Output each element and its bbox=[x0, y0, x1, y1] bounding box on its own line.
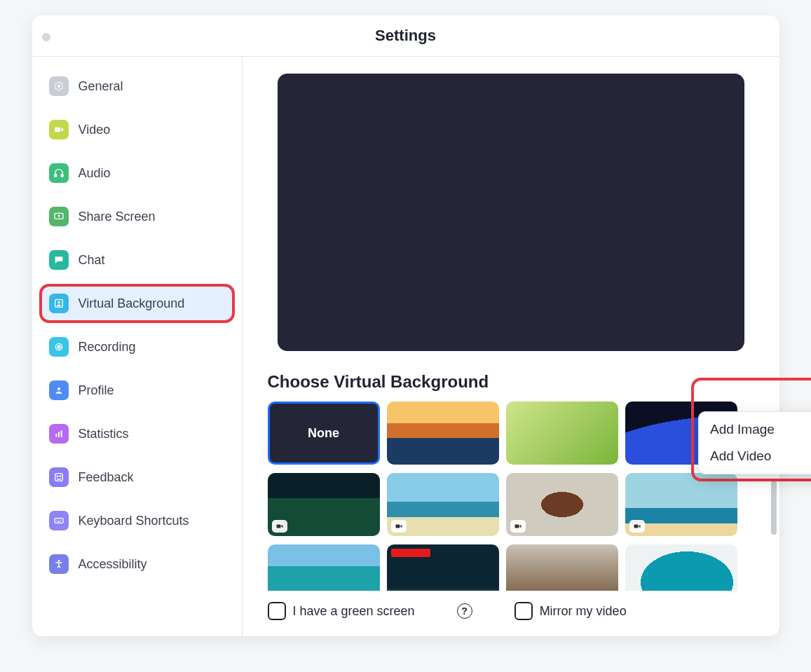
background-grid: None bbox=[268, 402, 754, 591]
add-video-menu-item[interactable]: Add Video bbox=[699, 443, 811, 469]
svg-point-18 bbox=[57, 520, 58, 521]
statistics-icon bbox=[49, 424, 69, 444]
record-icon bbox=[49, 337, 69, 357]
section-title: Choose Virtual Background bbox=[268, 372, 489, 392]
background-thumb[interactable] bbox=[506, 544, 618, 591]
accessibility-icon bbox=[49, 554, 69, 574]
svg-point-9 bbox=[57, 388, 60, 390]
background-thumb[interactable] bbox=[625, 473, 737, 536]
svg-point-17 bbox=[56, 520, 57, 521]
add-menu-highlight: + Add Image Add Video bbox=[691, 378, 811, 481]
gear-icon bbox=[49, 76, 69, 96]
sidebar-item-label: Recording bbox=[79, 340, 136, 355]
checkbox-box bbox=[268, 602, 286, 620]
green-screen-checkbox[interactable]: I have a green screen bbox=[268, 602, 415, 620]
help-icon[interactable]: ? bbox=[457, 603, 472, 619]
sidebar-item-audio[interactable]: Audio bbox=[42, 156, 232, 190]
video-icon bbox=[510, 520, 526, 533]
video-icon bbox=[391, 520, 407, 533]
sidebar-item-label: Chat bbox=[79, 253, 105, 268]
sidebar-item-label: General bbox=[79, 79, 123, 94]
svg-point-21 bbox=[57, 560, 60, 562]
svg-point-19 bbox=[60, 520, 60, 521]
none-label: None bbox=[308, 426, 339, 441]
svg-point-15 bbox=[60, 476, 60, 476]
sidebar-item-video[interactable]: Video bbox=[42, 113, 232, 146]
svg-point-8 bbox=[57, 345, 60, 348]
svg-rect-25 bbox=[634, 525, 638, 528]
checkbox-label: Mirror my video bbox=[540, 604, 627, 619]
video-icon bbox=[629, 520, 645, 533]
svg-rect-1 bbox=[55, 128, 60, 132]
sidebar-item-label: Profile bbox=[79, 383, 114, 398]
titlebar: Settings bbox=[32, 15, 779, 57]
svg-rect-23 bbox=[395, 525, 400, 528]
sidebar-item-feedback[interactable]: Feedback bbox=[42, 460, 232, 494]
background-thumb[interactable] bbox=[268, 473, 380, 536]
background-thumb[interactable] bbox=[387, 473, 499, 536]
sidebar-item-virtual-background[interactable]: Virtual Background bbox=[42, 287, 232, 320]
sidebar-item-label: Audio bbox=[79, 166, 111, 181]
background-thumb[interactable] bbox=[387, 544, 499, 591]
background-thumb-none[interactable]: None bbox=[268, 402, 380, 465]
background-thumb[interactable] bbox=[506, 473, 618, 536]
svg-rect-20 bbox=[57, 521, 60, 522]
options-row: I have a green screen ? Mirror my video bbox=[268, 602, 754, 620]
sidebar-item-label: Statistics bbox=[79, 427, 129, 441]
sidebar-item-general[interactable]: General bbox=[42, 69, 232, 103]
background-thumb[interactable] bbox=[268, 544, 380, 591]
video-icon bbox=[272, 520, 287, 533]
sidebar-item-profile[interactable]: Profile bbox=[42, 373, 232, 407]
svg-rect-16 bbox=[55, 519, 63, 523]
sidebar-item-share-screen[interactable]: Share Screen bbox=[42, 200, 232, 233]
feedback-icon bbox=[49, 467, 69, 487]
svg-rect-12 bbox=[60, 430, 62, 437]
svg-rect-24 bbox=[514, 525, 519, 528]
sidebar-item-keyboard-shortcuts[interactable]: Keyboard Shortcuts bbox=[42, 504, 232, 537]
sidebar-item-chat[interactable]: Chat bbox=[42, 243, 232, 277]
window-control-dot[interactable] bbox=[42, 33, 50, 41]
sidebar-item-label: Feedback bbox=[79, 470, 134, 485]
svg-rect-11 bbox=[58, 432, 60, 437]
sidebar-item-accessibility[interactable]: Accessibility bbox=[42, 547, 232, 581]
sidebar-item-label: Accessibility bbox=[79, 557, 147, 572]
sidebar-item-label: Video bbox=[79, 123, 111, 137]
mirror-video-checkbox[interactable]: Mirror my video bbox=[514, 602, 627, 620]
profile-icon bbox=[49, 380, 69, 400]
svg-rect-2 bbox=[55, 174, 57, 177]
scrollbar-thumb[interactable] bbox=[771, 480, 777, 535]
checkbox-label: I have a green screen bbox=[293, 604, 415, 619]
virtual-background-icon bbox=[49, 294, 69, 313]
content-pane: Choose Virtual Background None bbox=[243, 57, 779, 636]
headphones-icon bbox=[49, 163, 69, 183]
keyboard-icon bbox=[49, 511, 69, 530]
video-preview bbox=[278, 74, 744, 351]
sidebar-item-label: Virtual Background bbox=[79, 296, 185, 311]
settings-window: Settings General Video Audio bbox=[32, 15, 779, 636]
video-icon bbox=[49, 120, 69, 139]
share-screen-icon bbox=[49, 207, 69, 226]
background-thumb[interactable] bbox=[625, 544, 737, 591]
svg-rect-10 bbox=[55, 434, 57, 437]
window-title: Settings bbox=[375, 27, 436, 45]
background-thumb[interactable] bbox=[387, 402, 499, 465]
sidebar-item-recording[interactable]: Recording bbox=[42, 330, 232, 364]
svg-point-0 bbox=[57, 85, 60, 88]
svg-point-14 bbox=[57, 476, 57, 476]
chat-icon bbox=[49, 250, 69, 270]
sidebar-item-label: Keyboard Shortcuts bbox=[79, 514, 189, 528]
background-thumb[interactable] bbox=[506, 402, 618, 465]
svg-rect-3 bbox=[61, 174, 63, 177]
add-menu: Add Image Add Video bbox=[698, 411, 811, 474]
svg-rect-22 bbox=[276, 525, 280, 528]
checkbox-box bbox=[514, 602, 533, 620]
add-image-menu-item[interactable]: Add Image bbox=[699, 416, 811, 443]
sidebar: General Video Audio Share Screen bbox=[32, 57, 243, 636]
sidebar-item-statistics[interactable]: Statistics bbox=[42, 417, 232, 451]
sidebar-item-label: Share Screen bbox=[79, 210, 156, 224]
svg-point-6 bbox=[57, 301, 60, 303]
